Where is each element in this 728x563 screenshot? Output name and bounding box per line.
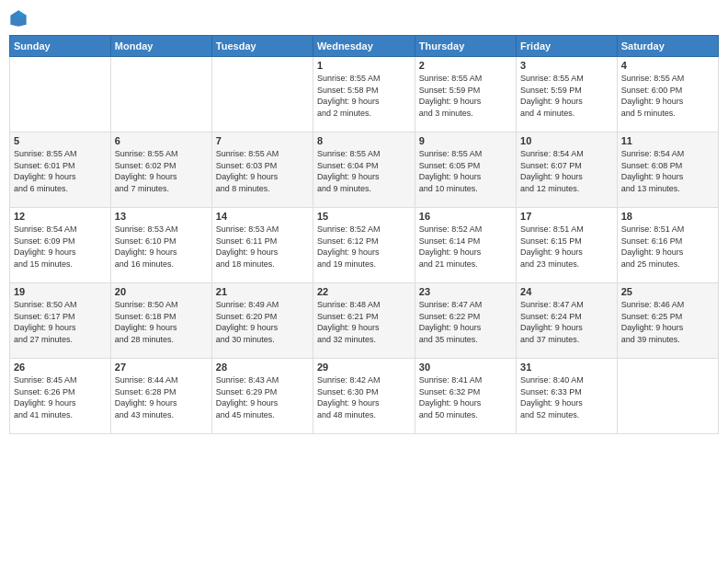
weekday-header-tuesday: Tuesday — [211, 36, 313, 57]
day-info: Sunrise: 8:50 AM Sunset: 6:17 PM Dayligh… — [14, 299, 107, 345]
calendar-cell: 22Sunrise: 8:48 AM Sunset: 6:21 PM Dayli… — [313, 283, 415, 359]
day-number: 18 — [621, 211, 714, 222]
calendar-cell: 5Sunrise: 8:55 AM Sunset: 6:01 PM Daylig… — [10, 132, 111, 208]
day-number: 4 — [621, 60, 714, 71]
day-number: 19 — [14, 286, 107, 297]
calendar-cell: 16Sunrise: 8:52 AM Sunset: 6:14 PM Dayli… — [415, 208, 516, 283]
day-number: 25 — [621, 286, 714, 297]
day-info: Sunrise: 8:47 AM Sunset: 6:24 PM Dayligh… — [520, 299, 613, 345]
day-info: Sunrise: 8:55 AM Sunset: 6:04 PM Dayligh… — [317, 148, 411, 194]
weekday-header-monday: Monday — [110, 36, 211, 57]
day-number: 2 — [419, 60, 512, 71]
week-row-3: 12Sunrise: 8:54 AM Sunset: 6:09 PM Dayli… — [10, 208, 719, 283]
logo-icon — [9, 9, 28, 28]
calendar-cell: 17Sunrise: 8:51 AM Sunset: 6:15 PM Dayli… — [517, 208, 618, 283]
day-info: Sunrise: 8:54 AM Sunset: 6:08 PM Dayligh… — [621, 148, 714, 194]
page: SundayMondayTuesdayWednesdayThursdayFrid… — [0, 0, 728, 563]
day-info: Sunrise: 8:53 AM Sunset: 6:10 PM Dayligh… — [115, 224, 208, 270]
day-info: Sunrise: 8:55 AM Sunset: 5:58 PM Dayligh… — [317, 73, 411, 119]
calendar-cell: 28Sunrise: 8:43 AM Sunset: 6:29 PM Dayli… — [211, 359, 313, 434]
day-info: Sunrise: 8:54 AM Sunset: 6:09 PM Dayligh… — [14, 224, 107, 270]
day-number: 5 — [14, 135, 107, 146]
day-info: Sunrise: 8:40 AM Sunset: 6:33 PM Dayligh… — [520, 374, 613, 420]
calendar-cell: 1Sunrise: 8:55 AM Sunset: 5:58 PM Daylig… — [313, 57, 415, 132]
day-number: 24 — [520, 286, 613, 297]
logo — [9, 9, 31, 28]
calendar-cell: 23Sunrise: 8:47 AM Sunset: 6:22 PM Dayli… — [415, 283, 516, 359]
day-number: 1 — [317, 60, 411, 71]
day-number: 9 — [419, 135, 512, 146]
day-info: Sunrise: 8:44 AM Sunset: 6:28 PM Dayligh… — [115, 374, 208, 420]
calendar-cell: 19Sunrise: 8:50 AM Sunset: 6:17 PM Dayli… — [10, 283, 111, 359]
calendar-cell: 24Sunrise: 8:47 AM Sunset: 6:24 PM Dayli… — [517, 283, 618, 359]
weekday-header-sunday: Sunday — [10, 36, 111, 57]
day-info: Sunrise: 8:55 AM Sunset: 6:02 PM Dayligh… — [115, 148, 208, 194]
calendar-cell: 20Sunrise: 8:50 AM Sunset: 6:18 PM Dayli… — [110, 283, 211, 359]
calendar-cell: 7Sunrise: 8:55 AM Sunset: 6:03 PM Daylig… — [211, 132, 313, 208]
calendar-cell — [211, 57, 313, 132]
day-info: Sunrise: 8:48 AM Sunset: 6:21 PM Dayligh… — [317, 299, 411, 345]
day-number: 30 — [419, 362, 512, 373]
day-number: 8 — [317, 135, 411, 146]
day-info: Sunrise: 8:47 AM Sunset: 6:22 PM Dayligh… — [419, 299, 512, 345]
calendar-cell: 25Sunrise: 8:46 AM Sunset: 6:25 PM Dayli… — [617, 283, 718, 359]
calendar-cell: 21Sunrise: 8:49 AM Sunset: 6:20 PM Dayli… — [211, 283, 313, 359]
calendar-cell: 4Sunrise: 8:55 AM Sunset: 6:00 PM Daylig… — [617, 57, 718, 132]
day-number: 13 — [115, 211, 208, 222]
weekday-header-row: SundayMondayTuesdayWednesdayThursdayFrid… — [10, 36, 719, 57]
day-number: 20 — [115, 286, 208, 297]
day-info: Sunrise: 8:46 AM Sunset: 6:25 PM Dayligh… — [621, 299, 714, 345]
day-info: Sunrise: 8:50 AM Sunset: 6:18 PM Dayligh… — [115, 299, 208, 345]
day-info: Sunrise: 8:53 AM Sunset: 6:11 PM Dayligh… — [216, 224, 309, 270]
day-number: 31 — [520, 362, 613, 373]
day-info: Sunrise: 8:45 AM Sunset: 6:26 PM Dayligh… — [14, 374, 107, 420]
day-info: Sunrise: 8:55 AM Sunset: 5:59 PM Dayligh… — [419, 73, 512, 119]
day-info: Sunrise: 8:55 AM Sunset: 5:59 PM Dayligh… — [520, 73, 613, 119]
day-number: 14 — [216, 211, 309, 222]
day-number: 28 — [216, 362, 309, 373]
calendar: SundayMondayTuesdayWednesdayThursdayFrid… — [9, 35, 719, 434]
day-info: Sunrise: 8:52 AM Sunset: 6:14 PM Dayligh… — [419, 224, 512, 270]
calendar-cell: 6Sunrise: 8:55 AM Sunset: 6:02 PM Daylig… — [110, 132, 211, 208]
day-number: 10 — [520, 135, 613, 146]
week-row-1: 1Sunrise: 8:55 AM Sunset: 5:58 PM Daylig… — [10, 57, 719, 132]
day-info: Sunrise: 8:55 AM Sunset: 6:00 PM Dayligh… — [621, 73, 714, 119]
day-info: Sunrise: 8:49 AM Sunset: 6:20 PM Dayligh… — [216, 299, 309, 345]
calendar-cell: 29Sunrise: 8:42 AM Sunset: 6:30 PM Dayli… — [313, 359, 415, 434]
day-info: Sunrise: 8:42 AM Sunset: 6:30 PM Dayligh… — [317, 374, 411, 420]
day-number: 27 — [115, 362, 208, 373]
calendar-cell: 18Sunrise: 8:51 AM Sunset: 6:16 PM Dayli… — [617, 208, 718, 283]
calendar-cell — [617, 359, 718, 434]
calendar-cell — [10, 57, 111, 132]
calendar-cell: 30Sunrise: 8:41 AM Sunset: 6:32 PM Dayli… — [415, 359, 516, 434]
calendar-cell: 8Sunrise: 8:55 AM Sunset: 6:04 PM Daylig… — [313, 132, 415, 208]
calendar-cell: 9Sunrise: 8:55 AM Sunset: 6:05 PM Daylig… — [415, 132, 516, 208]
week-row-2: 5Sunrise: 8:55 AM Sunset: 6:01 PM Daylig… — [10, 132, 719, 208]
day-number: 7 — [216, 135, 309, 146]
calendar-cell: 31Sunrise: 8:40 AM Sunset: 6:33 PM Dayli… — [517, 359, 618, 434]
calendar-cell: 13Sunrise: 8:53 AM Sunset: 6:10 PM Dayli… — [110, 208, 211, 283]
calendar-cell: 10Sunrise: 8:54 AM Sunset: 6:07 PM Dayli… — [517, 132, 618, 208]
day-info: Sunrise: 8:52 AM Sunset: 6:12 PM Dayligh… — [317, 224, 411, 270]
day-info: Sunrise: 8:55 AM Sunset: 6:03 PM Dayligh… — [216, 148, 309, 194]
calendar-cell: 26Sunrise: 8:45 AM Sunset: 6:26 PM Dayli… — [10, 359, 111, 434]
day-info: Sunrise: 8:41 AM Sunset: 6:32 PM Dayligh… — [419, 374, 512, 420]
calendar-cell: 12Sunrise: 8:54 AM Sunset: 6:09 PM Dayli… — [10, 208, 111, 283]
day-number: 15 — [317, 211, 411, 222]
calendar-cell: 14Sunrise: 8:53 AM Sunset: 6:11 PM Dayli… — [211, 208, 313, 283]
day-number: 3 — [520, 60, 613, 71]
week-row-5: 26Sunrise: 8:45 AM Sunset: 6:26 PM Dayli… — [10, 359, 719, 434]
day-number: 23 — [419, 286, 512, 297]
day-number: 6 — [115, 135, 208, 146]
header-area — [9, 9, 719, 28]
day-info: Sunrise: 8:54 AM Sunset: 6:07 PM Dayligh… — [520, 148, 613, 194]
calendar-cell: 27Sunrise: 8:44 AM Sunset: 6:28 PM Dayli… — [110, 359, 211, 434]
day-info: Sunrise: 8:43 AM Sunset: 6:29 PM Dayligh… — [216, 374, 309, 420]
day-info: Sunrise: 8:51 AM Sunset: 6:16 PM Dayligh… — [621, 224, 714, 270]
day-info: Sunrise: 8:51 AM Sunset: 6:15 PM Dayligh… — [520, 224, 613, 270]
calendar-cell: 15Sunrise: 8:52 AM Sunset: 6:12 PM Dayli… — [313, 208, 415, 283]
week-row-4: 19Sunrise: 8:50 AM Sunset: 6:17 PM Dayli… — [10, 283, 719, 359]
day-number: 22 — [317, 286, 411, 297]
calendar-cell: 11Sunrise: 8:54 AM Sunset: 6:08 PM Dayli… — [617, 132, 718, 208]
day-info: Sunrise: 8:55 AM Sunset: 6:01 PM Dayligh… — [14, 148, 107, 194]
